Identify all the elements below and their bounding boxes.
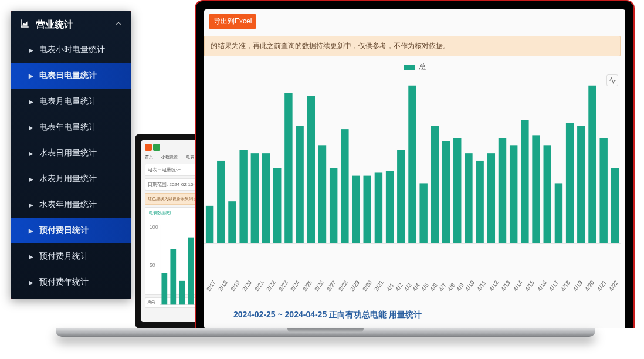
svg-rect-33 [397,150,405,243]
x-tick: 4/22 [608,279,625,297]
svg-rect-35 [419,183,427,243]
sidebar-item-8[interactable]: ▶预付费月统计 [11,243,131,269]
chevron-up-icon [114,19,123,30]
caret-right-icon: ▶ [29,228,33,234]
caret-right-icon: ▶ [29,253,33,260]
tablet-tab-home[interactable]: 首页 [145,154,153,160]
tablet-block-title: 电表日电量统计 [148,167,181,172]
caret-right-icon: ▶ [29,202,33,208]
sidebar: 营业统计 ▶电表小时电量统计▶电表日电量统计▶电表月电量统计▶电表年电量统计▶水… [11,11,131,299]
svg-rect-21 [262,153,270,243]
svg-rect-41 [487,153,495,243]
legend-label-total: 总 [419,62,426,72]
legend-swatch-total [404,65,415,70]
sidebar-item-7[interactable]: ▶预付费日统计 [11,218,131,243]
bar-chart [204,76,621,261]
svg-rect-24 [296,126,303,243]
svg-rect-28 [341,129,348,243]
svg-rect-34 [408,86,416,243]
svg-rect-31 [375,172,382,243]
sidebar-item-2[interactable]: ▶电表月电量统计 [11,89,131,114]
tablet-btn-2[interactable] [153,144,160,151]
sidebar-item-9[interactable]: ▶预付费年统计 [11,269,131,295]
svg-rect-6 [170,249,176,304]
svg-rect-37 [442,141,450,243]
svg-rect-38 [453,138,461,243]
svg-rect-45 [532,135,540,243]
tablet-date-label: 日期范围: [148,182,168,187]
sidebar-item-5[interactable]: ▶水表月用量统计 [11,166,131,192]
caret-right-icon: ▶ [29,99,33,105]
svg-rect-46 [544,145,551,243]
svg-rect-44 [521,120,528,243]
svg-rect-32 [386,171,394,243]
svg-rect-36 [431,126,439,243]
export-excel-button[interactable]: 导出到Excel [209,14,256,29]
sidebar-item-6[interactable]: ▶水表年用量统计 [11,192,131,218]
svg-rect-19 [239,150,247,243]
svg-rect-26 [318,145,326,243]
caret-right-icon: ▶ [29,124,33,131]
sidebar-item-label: 电表月电量统计 [39,96,97,107]
sidebar-header[interactable]: 营业统计 [11,11,131,37]
svg-rect-30 [364,176,371,243]
chart-x-axis: 3/173/183/193/203/213/223/233/243/253/26… [204,289,621,304]
caret-right-icon: ▶ [29,279,33,286]
svg-rect-42 [499,138,506,243]
svg-rect-7 [179,281,185,304]
chart-legend: 总 [204,62,625,72]
svg-rect-22 [273,168,281,243]
svg-rect-27 [330,168,337,243]
svg-text:50: 50 [150,262,155,268]
chart-title: 2024-02-25 ~ 2024-04-25 正向有功总电能 用量统计 [204,304,625,328]
caret-right-icon: ▶ [29,47,33,53]
svg-rect-20 [251,153,259,243]
svg-text:100: 100 [150,224,158,230]
sidebar-item-label: 预付费年统计 [39,277,89,287]
svg-rect-29 [352,176,360,243]
tablet-btn-1[interactable] [145,144,152,151]
sidebar-item-3[interactable]: ▶电表年电量统计 [11,114,131,140]
sidebar-item-0[interactable]: ▶电表小时电量统计 [11,37,131,63]
svg-rect-17 [217,161,225,243]
svg-rect-23 [284,93,292,243]
caret-right-icon: ▶ [29,73,33,79]
svg-rect-39 [465,153,472,243]
sidebar-item-label: 水表日用量统计 [39,148,97,158]
sidebar-item-label: 水表年用量统计 [39,199,97,210]
sidebar-item-label: 电表日电量统计 [39,70,97,81]
svg-rect-47 [555,183,562,243]
sidebar-item-4[interactable]: ▶水表日用量统计 [11,140,131,166]
action-row: 导出到Excel [204,9,625,33]
svg-rect-50 [588,86,596,243]
sidebar-item-label: 预付费月统计 [39,251,89,262]
sidebar-title: 营业统计 [36,19,73,31]
svg-rect-5 [161,273,167,304]
sidebar-item-label: 预付费日统计 [39,225,89,236]
chart-area: 3/173/183/193/203/213/223/233/243/253/26… [204,76,621,304]
svg-rect-18 [228,201,236,243]
sidebar-item-1[interactable]: ▶电表日电量统计 [11,63,131,89]
sidebar-list: ▶电表小时电量统计▶电表日电量统计▶电表月电量统计▶电表年电量统计▶水表日用量统… [11,37,131,295]
caret-right-icon: ▶ [29,150,33,157]
sidebar-item-label: 电表小时电量统计 [39,45,105,55]
svg-rect-25 [307,96,315,243]
svg-rect-52 [611,168,619,243]
chart-area-icon [19,18,30,31]
sidebar-item-label: 水表月用量统计 [39,174,97,184]
caret-right-icon: ▶ [29,176,33,182]
main-panel: 导出到Excel 的结果为准，再此之前查询的数据持续更新中，仅供参考，不作为核对… [204,9,625,328]
sidebar-item-label: 电表年电量统计 [39,122,97,133]
svg-rect-43 [510,145,517,243]
warning-notice: 的结果为准，再此之前查询的数据持续更新中，仅供参考，不作为核对依据。 [204,36,621,56]
laptop-base [56,328,595,337]
svg-rect-8 [188,238,194,305]
svg-rect-49 [577,126,585,243]
laptop-device: 导出到Excel 的结果为准，再此之前查询的数据持续更新中，仅供参考，不作为核对… [195,0,635,328]
svg-rect-48 [566,123,574,243]
svg-rect-16 [206,206,213,243]
svg-rect-40 [476,161,483,243]
svg-text:0: 0 [150,300,152,306]
tablet-tab-settings[interactable]: 小程设置 [161,154,178,160]
svg-rect-51 [599,138,607,243]
